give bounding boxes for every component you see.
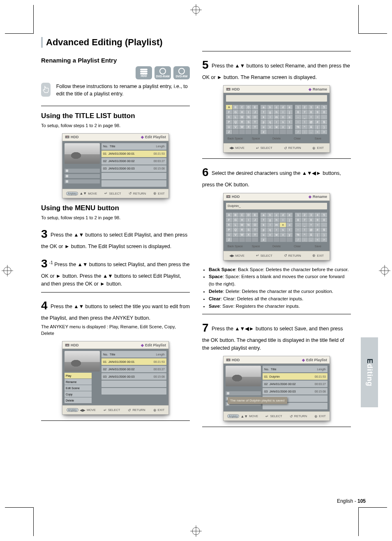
crop-mark-bl (5, 507, 34, 536)
touch-icon (41, 83, 51, 97)
separator (202, 158, 351, 159)
popup-editscene: Edit Scene (65, 385, 92, 391)
separator (202, 314, 351, 314)
popup-rename: Rename (65, 379, 92, 385)
left-menu-note: To setup, follow steps 1 to 2 in page 98… (41, 215, 190, 221)
step-3: 3 Press the ▲▼ buttons to select Edit Pl… (41, 225, 190, 251)
registration-mark-left (2, 265, 13, 276)
anykey-popup-screenshot: 📼HDD◆ Edit Playlist Play Rename Edit Sce… (62, 341, 169, 415)
section-title: Advanced Editing (Playlist) (41, 37, 190, 48)
title-bar-icon (41, 37, 43, 48)
page-number: English - 105 (337, 498, 366, 504)
separator (41, 292, 190, 293)
step-6: 6 Select the desired characters using th… (202, 164, 351, 189)
step-3-1: 3-1 Press the ▲▼ buttons to select Playl… (41, 255, 190, 288)
dvdram-badge: DVD-RAM (154, 66, 171, 79)
separator (202, 427, 351, 427)
step-4-note: The ANYKEY menu is displayed : Play, Ren… (41, 324, 190, 337)
step-5: 5 Press the ▲▼ buttons to select Rename,… (202, 56, 351, 81)
intro-text: Follow these instructions to rename a pl… (56, 83, 190, 98)
playlist-rows: No. TitleLength 01 JAN/01/2006 00:0100:2… (101, 143, 166, 187)
subsection-title: Renaming a Playlist Entry (41, 57, 190, 64)
left-menu-heading: Using the MENU button (41, 204, 190, 212)
popup-play: Play (65, 373, 92, 378)
popup-copy: Copy (65, 391, 92, 397)
media-badges: HDD DVD-RAM DVD-RW (41, 66, 190, 79)
rename-keyboard-after: 📼HDD◆ Rename Dolphin_ ABCDEFGHIJKLMNOPQR… (223, 193, 330, 260)
separator (41, 106, 190, 106)
separator (202, 51, 351, 51)
crop-mark-tr (358, 5, 387, 34)
left-ref-heading: Using the TITLE LIST button (41, 112, 190, 120)
step-6-notes: Back Space: Back Space: Deletes the char… (202, 266, 351, 310)
step-4: 4 Press the ▲▼ buttons to select the tit… (41, 297, 190, 322)
registration-mark-right (379, 265, 390, 276)
left-ref-note: To setup, follow steps 1 to 2 in page 98… (41, 123, 190, 129)
step-7: 7 Press the ▲▼◀► buttons to select Save,… (202, 319, 351, 352)
crop-mark-br (358, 507, 387, 536)
editplaylist-screenshot: 📼HDD◆ Edit Playlist No. TitleLength 01 J… (62, 133, 169, 198)
registration-mark-top (190, 4, 202, 16)
saved-banner: The name of Dolphin playlist is saved (228, 397, 287, 404)
dvdrw-badge: DVD-RW (173, 66, 190, 79)
side-tab-rest: diting (366, 364, 374, 386)
rename-keyboard-before: 📼HDD◆ Rename ABCDEFGHIJKLMNOPQRSTUVWXYZ … (223, 85, 330, 153)
final-screenshot: 📼HDD◆ Edit Playlist No. TitleLength 01 D… (223, 356, 330, 421)
side-tab: Editing (361, 337, 378, 407)
hdd-badge: HDD (136, 66, 152, 79)
section-title-text: Advanced Editing (Playlist) (46, 37, 163, 48)
popup-delete: Delete (65, 397, 92, 403)
registration-mark-bottom (190, 525, 202, 537)
separator (41, 420, 190, 421)
crop-mark-tl (5, 5, 34, 34)
